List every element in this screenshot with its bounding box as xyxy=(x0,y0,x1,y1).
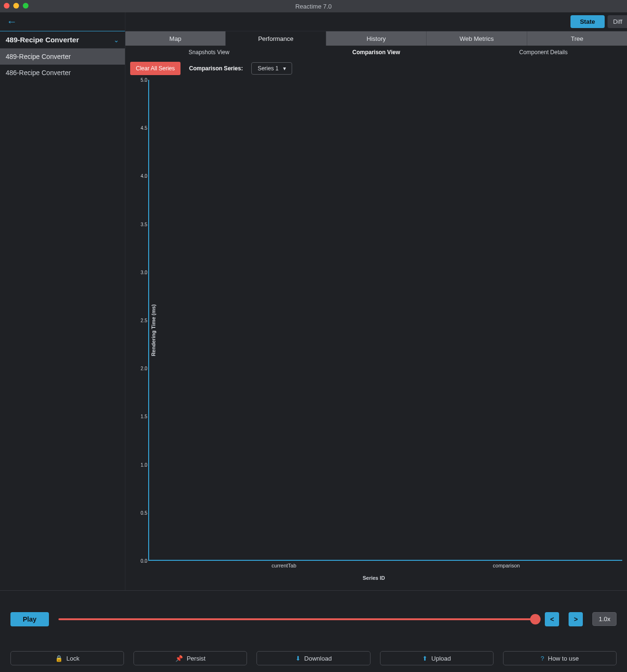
persist-button[interactable]: 📌 Persist xyxy=(133,651,247,665)
how-to-use-button[interactable]: ? How to use xyxy=(503,651,617,665)
sidebar-item[interactable]: 489-Recipe Converter xyxy=(0,48,125,65)
y-tick: 1.5 xyxy=(141,414,147,419)
footer-actions: 🔒 Lock 📌 Persist ⬇ Download ⬆ Upload ? H… xyxy=(0,647,627,672)
download-button-label: Download xyxy=(304,655,332,662)
top-right-controls: State Diff xyxy=(125,12,627,31)
prev-snapshot-button[interactable]: < xyxy=(545,612,559,626)
play-button[interactable]: Play xyxy=(10,612,49,626)
chevron-down-icon: ⌄ xyxy=(114,36,119,44)
clear-all-series-button[interactable]: Clear All Series xyxy=(130,62,180,75)
y-tick: 5.0 xyxy=(141,77,147,83)
lock-button-label: Lock xyxy=(66,655,79,662)
y-tick: 4.5 xyxy=(141,125,147,131)
persist-button-label: Persist xyxy=(187,655,206,662)
upload-button[interactable]: ⬆ Upload xyxy=(380,651,494,665)
y-tick: 4.0 xyxy=(141,173,147,179)
chart-plot-area: currentTab comparison xyxy=(148,80,622,561)
download-button[interactable]: ⬇ Download xyxy=(256,651,370,665)
back-button[interactable]: ← xyxy=(0,12,125,31)
mode-tab-performance[interactable]: Performance xyxy=(226,31,326,46)
download-icon: ⬇ xyxy=(295,655,301,662)
comparison-controls: Clear All Series Comparison Series: Seri… xyxy=(125,59,627,78)
playback-speed-select[interactable]: 1.0x xyxy=(592,612,617,626)
caret-down-icon: ▾ xyxy=(283,65,286,72)
timeline-slider[interactable] xyxy=(58,618,536,620)
mode-tab-web-metrics[interactable]: Web Metrics xyxy=(427,31,527,46)
y-tick: 3.0 xyxy=(141,269,147,275)
x-tick-currentTab: currentTab xyxy=(197,560,372,568)
y-tick: 0.0 xyxy=(141,558,147,564)
mode-tab-history[interactable]: History xyxy=(326,31,427,46)
help-icon: ? xyxy=(541,655,544,662)
sub-tab-comparison-view[interactable]: Comparison View xyxy=(293,46,460,59)
window-titlebar: Reactime 7.0 xyxy=(0,0,627,12)
series-select[interactable]: Series 1 ▾ xyxy=(251,62,292,75)
diff-button[interactable]: Diff xyxy=(608,15,627,28)
mode-tab-map[interactable]: Map xyxy=(125,31,226,46)
sub-tabs: Snapshots ViewComparison ViewComponent D… xyxy=(125,46,627,59)
how-to-use-label: How to use xyxy=(548,655,579,662)
y-tick: 2.0 xyxy=(141,366,147,371)
close-window-button[interactable] xyxy=(4,3,10,9)
minimize-window-button[interactable] xyxy=(13,3,19,9)
y-tick: 2.5 xyxy=(141,318,147,323)
next-snapshot-button[interactable]: > xyxy=(569,612,583,626)
back-arrow-icon: ← xyxy=(7,17,17,27)
y-tick: 1.0 xyxy=(141,462,147,467)
lock-button[interactable]: 🔒 Lock xyxy=(10,651,124,665)
upload-button-label: Upload xyxy=(431,655,451,662)
x-tick-comparison: comparison xyxy=(419,560,594,568)
upload-icon: ⬆ xyxy=(422,655,428,662)
state-button[interactable]: State xyxy=(570,15,605,28)
sidebar: ← 489-Recipe Converter ⌄ 489-Recipe Conv… xyxy=(0,12,125,590)
chart-container: Rendering Time (ms) 0.00.51.01.52.02.53.… xyxy=(125,78,627,590)
comparison-series-label: Comparison Series: xyxy=(189,65,243,72)
mode-tab-tree[interactable]: Tree xyxy=(527,31,627,46)
sidebar-item[interactable]: 486-Recipe Converter xyxy=(0,65,125,81)
y-tick: 0.5 xyxy=(141,510,147,515)
sub-tab-component-details[interactable]: Component Details xyxy=(460,46,627,59)
playback-bar: Play < > 1.0x xyxy=(0,590,627,647)
sub-tab-snapshots-view[interactable]: Snapshots View xyxy=(125,46,293,59)
lock-icon: 🔒 xyxy=(55,655,63,662)
window-title: Reactime 7.0 xyxy=(295,3,332,10)
pin-icon: 📌 xyxy=(175,655,183,662)
tabs-dropdown-label: 489-Recipe Converter xyxy=(6,36,79,44)
mode-tabs: MapPerformanceHistoryWeb MetricsTree xyxy=(125,31,627,46)
tabs-dropdown[interactable]: 489-Recipe Converter ⌄ xyxy=(0,31,125,48)
timeline-thumb[interactable] xyxy=(530,614,541,624)
x-axis-label: Series ID xyxy=(362,575,385,581)
zoom-window-button[interactable] xyxy=(23,3,28,9)
traffic-lights xyxy=(4,3,28,9)
y-tick: 3.5 xyxy=(141,221,147,227)
series-select-value: Series 1 xyxy=(257,65,278,72)
